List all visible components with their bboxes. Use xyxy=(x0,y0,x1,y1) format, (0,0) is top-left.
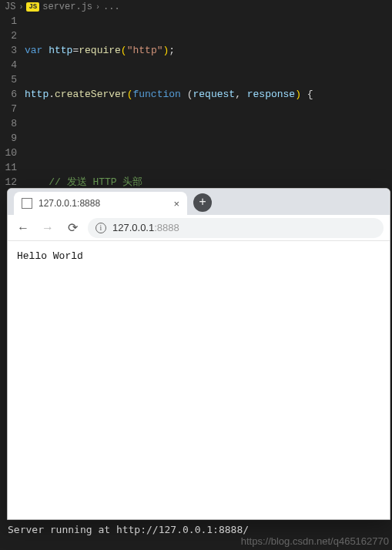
close-tab-icon[interactable]: × xyxy=(173,198,179,210)
watermark: https://blog.csdn.net/q465162770 xyxy=(241,535,389,547)
browser-tab[interactable]: 127.0.0.1:8888 × xyxy=(14,192,187,215)
site-info-icon[interactable]: i xyxy=(95,223,106,233)
line-number: 6 xyxy=(0,87,17,102)
line-number: 4 xyxy=(0,58,17,72)
url-host: 127.0.0.1 xyxy=(112,222,154,233)
tab-title: 127.0.0.1:8888 xyxy=(39,198,100,209)
line-number: 1 xyxy=(0,14,17,29)
line-number: 11 xyxy=(0,160,17,175)
address-bar[interactable]: i 127.0.0.1:8888 xyxy=(88,218,384,238)
page-icon xyxy=(22,198,32,209)
back-button[interactable]: ← xyxy=(14,219,32,237)
breadcrumb: JS › JS server.js › ... xyxy=(0,0,392,14)
browser-window: 127.0.0.1:8888 × + ← → ⟳ i 127.0.0.1:888… xyxy=(7,188,390,520)
code-line: var http=require("http"); xyxy=(25,43,392,58)
tab-bar: 127.0.0.1:8888 × + xyxy=(8,189,390,215)
line-number: 10 xyxy=(0,146,17,160)
new-tab-button[interactable]: + xyxy=(193,193,212,212)
line-number: 5 xyxy=(0,72,17,87)
js-file-icon: JS xyxy=(26,2,39,12)
breadcrumb-file[interactable]: server.js xyxy=(42,2,92,12)
browser-toolbar: ← → ⟳ i 127.0.0.1:8888 xyxy=(8,215,390,241)
chevron-right-icon: › xyxy=(95,3,100,12)
url-path: :8888 xyxy=(154,222,179,233)
terminal-output: Server running at http://127.0.0.1:8888/ xyxy=(8,524,249,535)
reload-button[interactable]: ⟳ xyxy=(63,219,82,237)
chevron-right-icon: › xyxy=(18,3,23,12)
page-body: Hello World xyxy=(8,241,390,271)
line-number: 8 xyxy=(0,116,17,131)
line-number: 2 xyxy=(0,29,17,43)
line-number: 3 xyxy=(0,43,17,58)
code-line: http.createServer(function (request, res… xyxy=(25,87,392,102)
line-number: 7 xyxy=(0,102,17,116)
breadcrumb-more[interactable]: ... xyxy=(103,2,120,12)
breadcrumb-segment[interactable]: JS xyxy=(5,2,15,12)
forward-button[interactable]: → xyxy=(39,219,57,237)
code-line xyxy=(25,131,392,146)
line-number: 9 xyxy=(0,131,17,146)
